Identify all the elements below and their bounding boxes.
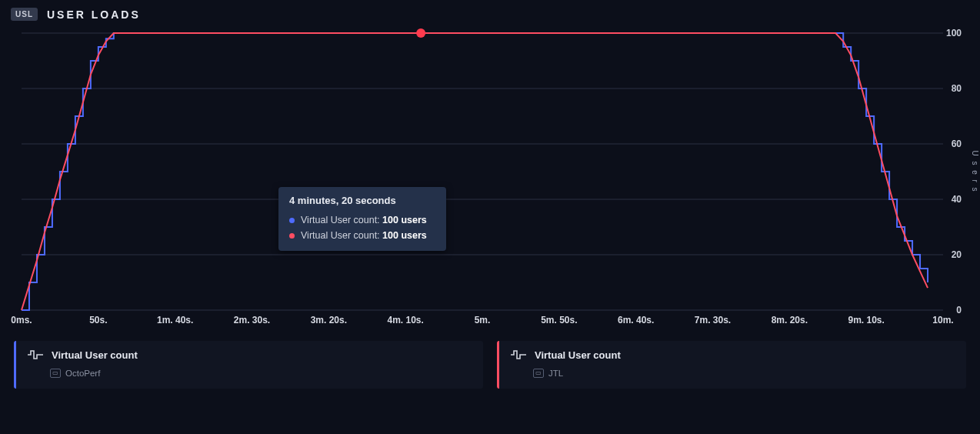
y-tick-label: 80 bbox=[952, 83, 962, 94]
series-line bbox=[22, 33, 928, 310]
y-tick-label: 0 bbox=[956, 305, 962, 315]
legend-title: Virtual User count bbox=[52, 349, 138, 361]
chart-tooltip: 4 minutes, 20 seconds Virtual User count… bbox=[278, 187, 446, 251]
pulse-icon bbox=[510, 349, 527, 361]
legend-title: Virtual User count bbox=[535, 349, 621, 361]
series-line bbox=[22, 33, 928, 310]
x-tick-label: 1m. 40s. bbox=[157, 315, 193, 326]
x-tick-label: 9m. 10s. bbox=[848, 315, 884, 326]
chart-title: USER LOADS bbox=[47, 8, 141, 21]
x-tick-label: 6m. 40s. bbox=[618, 315, 654, 326]
tooltip-row: Virtual User count: 100 users bbox=[289, 212, 435, 228]
x-tick-label: 0ms. bbox=[11, 315, 32, 326]
legend-card[interactable]: Virtual User count ▭ OctoPerf bbox=[14, 341, 483, 389]
x-tick-label: 5m. 50s. bbox=[541, 315, 577, 326]
x-tick-label: 50s. bbox=[89, 315, 107, 326]
x-tick-label: 8m. 20s. bbox=[772, 315, 808, 326]
x-tick-label: 7m. 30s. bbox=[695, 315, 731, 326]
tooltip-label: Virtual User count: 100 users bbox=[301, 212, 427, 228]
chart-badge: USL bbox=[11, 8, 38, 21]
x-tick-label: 4m. 10s. bbox=[387, 315, 423, 326]
source-icon: ▭ bbox=[50, 369, 61, 378]
y-axis-title: U s e r s bbox=[971, 150, 979, 192]
y-tick-label: 100 bbox=[946, 28, 962, 38]
legend-source: OctoPerf bbox=[65, 369, 100, 378]
legend-source: JTL bbox=[548, 369, 563, 378]
y-tick-label: 60 bbox=[952, 139, 962, 149]
x-tick-label: 3m. 20s. bbox=[311, 315, 347, 326]
x-tick-label: 2m. 30s. bbox=[234, 315, 270, 326]
x-axis: 0ms.50s.1m. 40s.2m. 30s.3m. 20s.4m. 10s.… bbox=[22, 310, 943, 332]
tooltip-row: Virtual User count: 100 users bbox=[289, 228, 435, 243]
pulse-icon bbox=[27, 349, 44, 361]
tooltip-title: 4 minutes, 20 seconds bbox=[289, 195, 435, 206]
series-dot-icon bbox=[289, 233, 295, 239]
y-tick-label: 40 bbox=[952, 194, 962, 205]
hover-marker-icon bbox=[416, 28, 425, 38]
series-dot-icon bbox=[289, 218, 295, 223]
chart-plot-area[interactable]: 020406080100U s e r s 4 minutes, 20 seco… bbox=[22, 33, 943, 310]
chart-svg: 020406080100U s e r s bbox=[22, 33, 943, 310]
legend-row: Virtual User count ▭ OctoPerf Virtual Us… bbox=[0, 332, 980, 389]
legend-card[interactable]: Virtual User count ▭ JTL bbox=[497, 341, 966, 389]
x-tick-label: 10m. bbox=[932, 315, 953, 326]
tooltip-label: Virtual User count: 100 users bbox=[301, 228, 427, 243]
x-tick-label: 5m. bbox=[475, 315, 491, 326]
chart-header: USL USER LOADS bbox=[0, 0, 980, 28]
y-tick-label: 20 bbox=[952, 249, 962, 260]
source-icon: ▭ bbox=[533, 369, 544, 378]
